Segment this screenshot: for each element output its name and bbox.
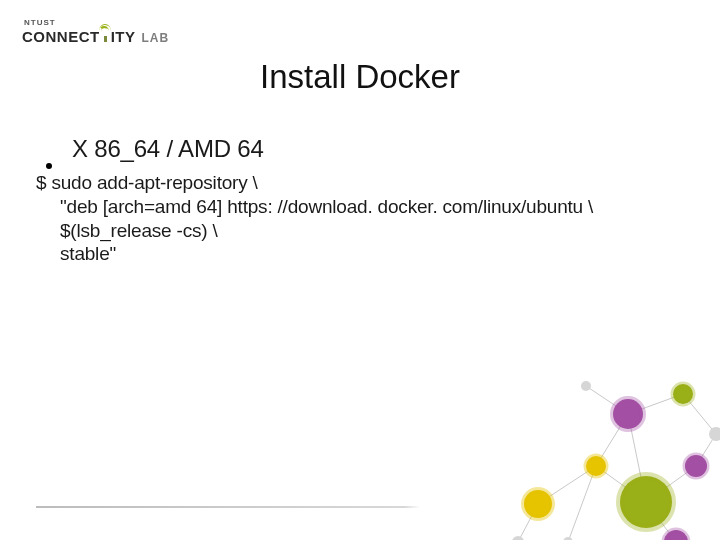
code-block: $ sudo add-apt-repository \ "deb [arch=a… (36, 171, 680, 266)
slide: NTUST CONNECT ITY LAB Install Docker X 8… (0, 0, 720, 540)
bullet-text: X 86_64 / AMD 64 (72, 135, 264, 163)
logo: NTUST CONNECT ITY LAB (22, 18, 169, 45)
bullet-icon (46, 163, 52, 169)
network-art-icon (478, 344, 720, 540)
logo-brand: CONNECT ITY LAB (22, 28, 169, 45)
logo-connect-right: ITY (111, 28, 136, 45)
code-line-1: $ sudo add-apt-repository \ (36, 171, 680, 195)
bullet-row: X 86_64 / AMD 64 (36, 135, 680, 163)
svg-point-12 (581, 381, 591, 391)
logo-ntust: NTUST (24, 18, 56, 27)
content-area: X 86_64 / AMD 64 $ sudo add-apt-reposito… (36, 135, 680, 266)
svg-point-13 (512, 536, 524, 540)
code-line-3: $(lsb_release -cs) \ (60, 219, 680, 243)
slide-title: Install Docker (0, 58, 720, 96)
logo-connect: CONNECT ITY (22, 28, 136, 45)
footer-rule (36, 506, 420, 508)
logo-connect-left: CONNECT (22, 28, 100, 45)
code-line-4: stable" (60, 242, 680, 266)
logo-lab: LAB (142, 31, 170, 45)
svg-point-15 (709, 427, 720, 441)
code-line-2: "deb [arch=amd 64] https: //download. do… (60, 195, 680, 219)
wifi-icon (100, 29, 111, 42)
